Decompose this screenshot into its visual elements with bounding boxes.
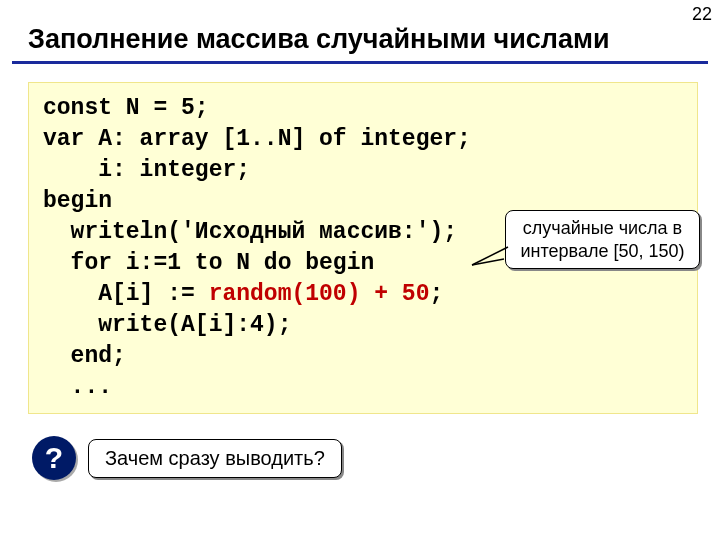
- code-highlight: random(100) + 50: [209, 281, 430, 307]
- code-text: A[i] :=: [43, 281, 209, 307]
- question-row: ? Зачем сразу выводить?: [32, 436, 720, 480]
- slide-title: Заполнение массива случайными числами: [12, 0, 708, 64]
- question-mark-icon: ?: [32, 436, 76, 480]
- code-text: ;: [429, 281, 443, 307]
- code-line: write(A[i]:4);: [43, 310, 683, 341]
- callout: случайные числа в интервале [50, 150): [505, 210, 700, 269]
- callout-tail-icon: [470, 241, 510, 269]
- callout-line: интервале [50, 150): [516, 240, 689, 263]
- code-line: A[i] := random(100) + 50;: [43, 279, 683, 310]
- code-line: i: integer;: [43, 155, 683, 186]
- question-text: Зачем сразу выводить?: [88, 439, 342, 478]
- callout-box: случайные числа в интервале [50, 150): [505, 210, 700, 269]
- callout-line: случайные числа в: [516, 217, 689, 240]
- code-line: ...: [43, 372, 683, 403]
- code-line: const N = 5;: [43, 93, 683, 124]
- code-block: const N = 5; var A: array [1..N] of inte…: [28, 82, 698, 414]
- code-line: end;: [43, 341, 683, 372]
- code-line: var A: array [1..N] of integer;: [43, 124, 683, 155]
- page-number: 22: [692, 4, 712, 25]
